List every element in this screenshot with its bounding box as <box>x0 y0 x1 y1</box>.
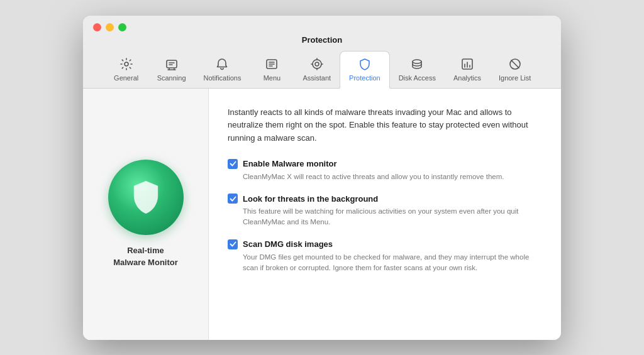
background-threats-checkbox[interactable] <box>228 194 238 204</box>
malware-monitor-desc: CleanMyMac X will react to active threat… <box>243 172 542 182</box>
disk-icon <box>409 57 425 72</box>
svg-point-11 <box>313 60 321 68</box>
minimize-button[interactable] <box>106 23 114 31</box>
gear-icon <box>119 57 134 72</box>
assistant-icon <box>309 57 325 72</box>
tab-disk-access[interactable]: Disk Access <box>390 52 445 88</box>
window-title: Protection <box>302 35 342 45</box>
svg-point-12 <box>315 62 319 66</box>
app-window: Protection General <box>83 16 561 340</box>
option-background-threats: Look for threats in the background This … <box>228 194 542 228</box>
scan-dmg-title: Scan DMG disk images <box>243 239 333 249</box>
option-malware-header: Enable Malware monitor <box>228 159 542 169</box>
option-scan-dmg-header: Scan DMG disk images <box>228 239 542 249</box>
tab-notifications[interactable]: Notifications <box>195 52 250 88</box>
tab-assistant[interactable]: Assistant <box>294 52 340 88</box>
option-malware-monitor: Enable Malware monitor CleanMyMac X will… <box>228 159 542 182</box>
tab-assistant-label: Assistant <box>303 74 331 82</box>
shield-icon <box>357 57 372 72</box>
menu-icon <box>264 57 279 72</box>
shield-graphic <box>108 160 184 235</box>
tab-notifications-label: Notifications <box>204 74 242 82</box>
main-content: Instantly reacts to all kinds of malware… <box>209 89 561 340</box>
scan-dmg-desc: Your DMG files get mounted to be checked… <box>243 252 542 274</box>
svg-point-0 <box>125 62 128 66</box>
tab-protection-label: Protection <box>349 74 380 82</box>
sidebar-feature-label: Real-time Malware Monitor <box>113 245 178 268</box>
analytics-icon <box>460 57 475 72</box>
close-button[interactable] <box>93 23 101 31</box>
tab-scanning-label: Scanning <box>157 74 186 82</box>
bell-icon <box>214 57 230 72</box>
tab-general-label: General <box>114 74 138 82</box>
option-background-header: Look for threats in the background <box>228 194 542 204</box>
tab-ignore-list-label: Ignore List <box>499 74 531 82</box>
svg-rect-1 <box>167 60 177 68</box>
svg-line-23 <box>511 60 519 68</box>
block-icon <box>508 57 523 72</box>
tab-menu-label: Menu <box>264 74 281 82</box>
background-threats-desc: This feature will be watching for malici… <box>243 206 542 228</box>
malware-monitor-title: Enable Malware monitor <box>243 159 337 168</box>
scan-dmg-checkbox[interactable] <box>228 239 238 249</box>
svg-point-17 <box>413 60 421 63</box>
tab-analytics-label: Analytics <box>453 74 481 82</box>
scanning-icon <box>164 57 179 72</box>
sidebar: Real-time Malware Monitor <box>83 89 209 340</box>
tab-protection[interactable]: Protection <box>340 51 390 89</box>
titlebar: Protection General <box>83 16 561 89</box>
background-threats-title: Look for threats in the background <box>243 194 378 204</box>
feature-description: Instantly reacts to all kinds of malware… <box>228 106 542 145</box>
traffic-lights <box>93 23 126 31</box>
tab-menu[interactable]: Menu <box>250 52 294 88</box>
tab-analytics[interactable]: Analytics <box>445 52 490 88</box>
tab-ignore-list[interactable]: Ignore List <box>490 52 540 88</box>
tab-scanning[interactable]: Scanning <box>148 52 195 88</box>
option-scan-dmg: Scan DMG disk images Your DMG files get … <box>228 239 542 274</box>
content-area: Real-time Malware Monitor Instantly reac… <box>83 89 561 340</box>
toolbar: General Scanning <box>104 51 540 88</box>
tab-general[interactable]: General <box>104 52 148 88</box>
tab-disk-access-label: Disk Access <box>399 74 436 82</box>
malware-monitor-checkbox[interactable] <box>228 159 238 169</box>
maximize-button[interactable] <box>118 23 126 31</box>
